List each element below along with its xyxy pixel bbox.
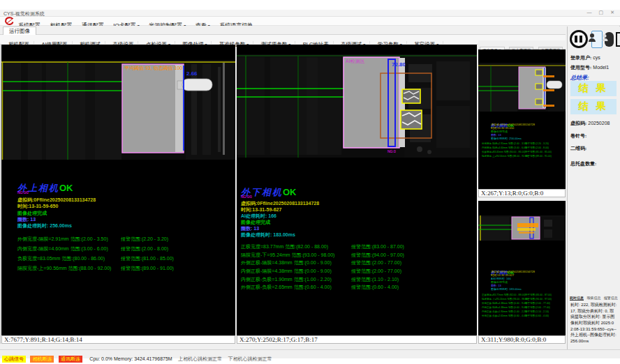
bright-slit	[223, 63, 225, 155]
user-dark-icon	[600, 34, 610, 41]
roi-rect	[122, 64, 184, 153]
lower-strip	[0, 344, 567, 349]
lower-camera-image[interactable]: AI检测区 72.80 NG:0	[237, 54, 477, 158]
maximize-button[interactable]: ▢	[599, 10, 607, 15]
ai-region-label: AI检测区	[346, 59, 365, 64]
measure-value-label: 72.80	[392, 61, 406, 68]
minimize-button[interactable]: —	[587, 10, 595, 15]
measurement-row: 内侧宽度-隔膜=4.60mm 范围:(3.00 - 6.00)报警范围:(2.0…	[17, 245, 108, 252]
lower-camera-coords: X:270;Y:2502;R:17;G:17;B:17	[237, 335, 477, 344]
upper-time: 时间:13-31-59-650	[17, 203, 58, 210]
log-tab-alarm[interactable]: 报警信息	[604, 296, 618, 300]
upper-thumb-image	[478, 63, 566, 112]
close-button[interactable]: ✕	[610, 10, 617, 15]
pause-icon	[575, 36, 577, 43]
defect-box-1	[402, 89, 420, 103]
cable-connector	[182, 79, 212, 91]
user-icon	[587, 33, 597, 42]
tray-count-label: 总托盘数量:	[570, 160, 596, 167]
app-window: CYS-视觉检测系统 — ▢ ✕ 系统配置 相机配置 通讯配置 IO卡配置 光源…	[0, 0, 620, 364]
measurement-row: 正极宽度=83.77mm 范围:(82.00 - 88.00)报警范围:(83.…	[241, 243, 328, 250]
ng-small-label: NG:0	[388, 149, 396, 153]
menu-bar: 系统配置 相机配置 通讯配置 IO卡配置 光源控制配置 查看 系统语言切换	[0, 17, 620, 26]
threshold-label: 平均阈值:93, 动态阈值:100	[124, 66, 182, 71]
login-user-value: cys	[593, 55, 600, 60]
model-value: Model1	[593, 65, 609, 70]
upper-camera-image[interactable]: 平均阈值:93, 动态阈值:100 2.66	[1, 60, 235, 160]
upper-elapsed: 图像处理耗时: 256.00ms	[17, 222, 72, 229]
qr-code-label: 二维码:	[570, 145, 586, 152]
pause-button[interactable]	[570, 30, 588, 48]
result-box-lower: 结 果	[570, 99, 617, 114]
defect-highlight	[517, 223, 538, 227]
comm-disconnect-badge: 通讯断连	[59, 356, 82, 363]
upper-thumb-elapsed: 图像处理耗时: 256.00ms	[491, 137, 573, 140]
log-tabs: 耗时信息 瑕疵信息 报警信息	[570, 296, 619, 300]
upper-thumb-coords: X:267;Y:13;R:0;G:0;B:0	[478, 189, 566, 197]
upper-camera-panel: 平均阈值:93, 动态阈值:100 2.66 外上相机OK NG:0/0 虚拟码…	[1, 45, 235, 335]
sidebar: 登录用户: cys 使用型号: Model1 总结果: 结 果 结 果 虚拟码:…	[567, 26, 620, 349]
virtual-code-row: 虚拟码: 20250208	[570, 120, 610, 127]
lower-camera-thumbnail[interactable]: 外下相机OK 虚拟码:0Ffline20250208133134728 时间:1…	[478, 201, 566, 335]
measurement-row: 内侧正极-隔膜=4.38mm 范围:(0.00 - 9.00)报警范围:(2.0…	[241, 268, 332, 275]
cable-connector	[547, 81, 562, 89]
lower-elapsed: 图像处理耗时: 183.00ms	[241, 232, 295, 238]
defect-box-2	[401, 110, 422, 129]
upper-camera-heartbeat-status: 上相机心跳检测正常	[178, 356, 222, 363]
upper-camera-coords: X:7677;Y:891;R:14;G:14;B:14	[1, 335, 235, 344]
heartbeat-badge: 心跳信号	[2, 356, 26, 363]
lower-ng-count: NG:0/0	[241, 195, 252, 199]
measurement-row: 内侧正极-负极=1.90mm 范围:(1.00 - 2.20)报警范围:(1.1…	[241, 276, 332, 283]
measure-value-label: 2.66	[186, 70, 198, 77]
measurement-row: 外侧宽度-隔膜=2.91mm 范围:(2.00 - 3.50)报警范围:(2.2…	[17, 236, 108, 243]
measurement-row: 隔膜宽度-上=90.56mm 范围:(88.00 - 92.00)报警范围:(8…	[17, 265, 111, 272]
app-logo-icon	[4, 17, 15, 26]
measurement-row: 负极宽度=83.05mm 范围:(80.00 - 86.00)报警范围:(81.…	[17, 255, 105, 262]
logout-button[interactable]	[615, 31, 620, 47]
log-tab-elapsed[interactable]: 耗时信息	[570, 296, 584, 300]
upper-camera-thumbnail[interactable]: 外上相机OK 虚拟码:0Ffline20250208133134728 时间:1…	[478, 50, 566, 189]
status-bar: 心跳信号 相机断连 通讯断连 Cpu: 0.0% Memory: 3424.41…	[0, 349, 620, 358]
camera-disconnect-badge: 相机断连	[30, 356, 54, 363]
virtual-code-value: 20250208	[588, 121, 610, 126]
tab-running-image[interactable]: 运行图像	[3, 26, 36, 35]
lower-thumb-image	[478, 215, 566, 241]
log-text[interactable]: 耗时: 222, 瑕疵检测耗时: 17, 瑕疵分类耗时: 0, 瑕疵提取分区耗时…	[570, 302, 617, 344]
lower-thumb-elapsed: 图像处理耗时: 183.00ms	[491, 287, 573, 291]
model-row: 使用型号: Model1	[570, 64, 609, 71]
needle-number-label: 卷针号:	[570, 132, 586, 139]
defect-view-tabs: 瑕疵图显示 外上内瑕疵 外下内瑕疵	[478, 40, 566, 50]
switch-user-button[interactable]	[605, 32, 614, 47]
cpu-memory-status: Cpu: 0.0% Memory: 3424.41796875M	[89, 356, 172, 361]
lower-thumb-coords: X:311;Y:980;R:0;G:0;B:0	[478, 335, 566, 344]
log-tab-defect[interactable]: 瑕疵信息	[586, 296, 600, 300]
login-user-row: 登录用户: cys	[570, 54, 600, 61]
measurement-row: 外侧正极-隔膜=4.38mm 范围:(0.00 - 9.00)报警范围:(2.0…	[241, 259, 332, 266]
lower-camera-panel: AI检测区 72.80 NG:0 外下相机OK NG:0/0 虚拟码:0Ffli…	[237, 45, 477, 335]
door-icon	[617, 33, 620, 46]
lower-camera-heartbeat-status: 下相机心跳检测正常	[228, 356, 272, 363]
measurement-row: 外侧正极-负极=2.65mm 范围:(0.60 - 4.00)报警范围:(0.6…	[241, 284, 332, 291]
measurement-row: 隔膜宽度-下=95.24mm 范围:(93.00 - 98.00)报警范围:(9…	[241, 252, 334, 259]
upper-ng-count: NG:0/0	[17, 190, 29, 195]
view-tab-row: 运行图像	[0, 26, 566, 35]
title-bar: CYS-视觉检测系统 — ▢ ✕	[0, 10, 620, 17]
result-box-upper: 结 果	[570, 81, 617, 96]
ai-region-rect	[344, 57, 399, 148]
